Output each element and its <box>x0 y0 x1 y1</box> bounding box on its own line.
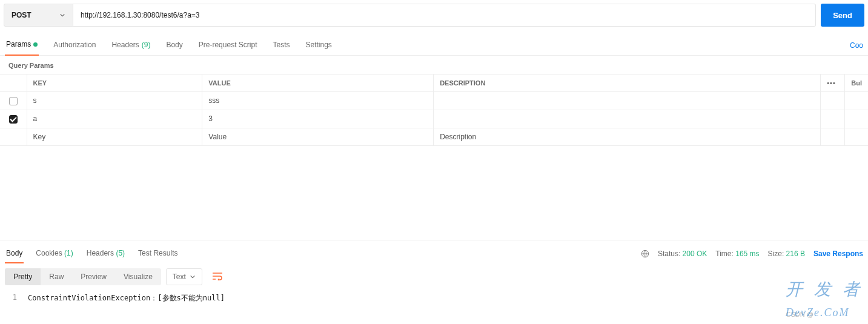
param-key[interactable]: a <box>27 110 202 128</box>
save-response-button[interactable]: Save Respons <box>813 250 863 258</box>
param-description[interactable] <box>434 92 821 110</box>
resp-tab-headers[interactable]: Headers (5) <box>85 244 126 263</box>
param-key[interactable]: s <box>27 92 202 110</box>
description-header: DESCRIPTION <box>434 74 821 92</box>
content-type-select[interactable]: Text <box>166 268 202 285</box>
view-preview[interactable]: Preview <box>72 268 115 285</box>
response-text: ConstraintViolationException：[参数s不能为null… <box>28 293 225 303</box>
checkbox[interactable] <box>9 97 18 105</box>
bulk-edit-header[interactable]: Bul <box>845 74 868 92</box>
tab-settings[interactable]: Settings <box>305 35 333 55</box>
send-button[interactable]: Send <box>821 4 864 27</box>
tab-prerequest[interactable]: Pre-request Script <box>197 35 259 55</box>
param-value-placeholder[interactable]: Value <box>202 128 434 145</box>
status-value: 200 OK <box>683 250 707 258</box>
param-row[interactable]: s sss <box>0 92 868 110</box>
response-bar: Body Cookies (1) Headers (5) Test Result… <box>0 240 868 263</box>
params-header-row: KEY VALUE DESCRIPTION ••• Bul <box>0 74 868 92</box>
param-description-placeholder[interactable]: Description <box>434 128 821 145</box>
check-header <box>0 74 27 92</box>
request-bar: POST Send <box>0 0 868 30</box>
param-row[interactable]: a 3 <box>0 110 868 128</box>
size-value: 216 B <box>786 250 805 258</box>
value-header: VALUE <box>202 74 434 92</box>
tab-tests[interactable]: Tests <box>271 35 291 55</box>
active-dot-icon <box>33 42 38 47</box>
query-params-label: Query Params <box>0 56 868 74</box>
tab-authorization[interactable]: Authorization <box>52 35 97 55</box>
more-header[interactable]: ••• <box>821 74 845 92</box>
request-tabs: Params Authorization Headers (9) Body Pr… <box>0 30 868 56</box>
line-number: 1 <box>5 293 17 303</box>
response-view-bar: Pretty Raw Preview Visualize Text <box>0 263 868 291</box>
time-value: 165 ms <box>735 250 759 258</box>
params-table: KEY VALUE DESCRIPTION ••• Bul s sss a 3 … <box>0 74 868 146</box>
view-raw[interactable]: Raw <box>41 268 72 285</box>
url-input[interactable] <box>73 4 816 27</box>
chevron-down-icon <box>59 12 65 18</box>
tab-body[interactable]: Body <box>165 35 184 55</box>
param-description[interactable] <box>434 110 821 128</box>
param-row-new[interactable]: Key Value Description <box>0 128 868 145</box>
tab-headers[interactable]: Headers (9) <box>110 35 151 55</box>
view-mode-segment: Pretty Raw Preview Visualize <box>5 268 161 285</box>
response-body[interactable]: 1 ConstraintViolationException：[参数s不能为nu… <box>0 291 868 311</box>
wrap-lines-icon[interactable] <box>207 268 228 286</box>
view-pretty[interactable]: Pretty <box>5 268 41 285</box>
cookies-link[interactable]: Coo <box>850 41 863 50</box>
param-value[interactable]: 3 <box>202 110 434 128</box>
key-header: KEY <box>27 74 202 92</box>
resp-tab-tests[interactable]: Test Results <box>137 244 179 263</box>
checkbox[interactable] <box>9 115 18 124</box>
param-value[interactable]: sss <box>202 92 434 110</box>
http-method-label: POST <box>12 11 31 19</box>
chevron-down-icon <box>190 274 196 280</box>
http-method-select[interactable]: POST <box>4 4 73 27</box>
resp-tab-cookies[interactable]: Cookies (1) <box>35 244 74 263</box>
tab-params[interactable]: Params <box>5 35 39 56</box>
param-key-placeholder[interactable]: Key <box>27 128 202 145</box>
view-visualize[interactable]: Visualize <box>115 268 161 285</box>
globe-icon[interactable] <box>641 250 649 258</box>
resp-tab-body[interactable]: Body <box>5 244 24 263</box>
response-status: Status: 200 OK Time: 165 ms Size: 216 B … <box>641 250 863 258</box>
